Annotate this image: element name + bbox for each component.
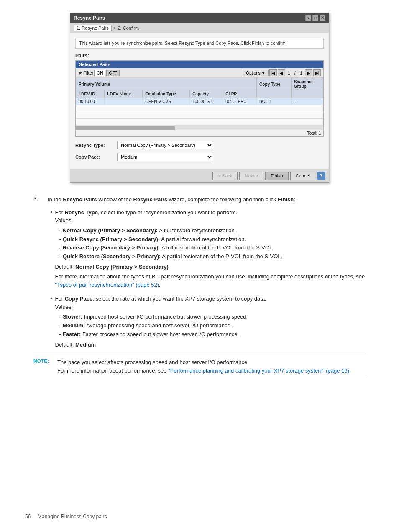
resync-pairs-dialog: Resync Pairs ▿ □ ✕ 1. Resync Pairs > 2. … [70,13,329,183]
bullet-intro-1: For Resync Type, select the type of resy… [55,208,366,217]
breadcrumb-separator: > [113,26,116,31]
options-label: Options [246,71,260,75]
bullet-section-1: • For Resync Type, select the type of re… [50,208,366,289]
table-row[interactable]: 00:10:00 OPEN-V CVS 100.00 GB 00: CLPR0 … [76,98,323,105]
titlebar-controls: ▿ □ ✕ [305,15,325,21]
breadcrumb-step1[interactable]: 1. Resync Pairs [74,25,112,31]
help-button[interactable]: ? [317,172,325,180]
copy-pace-select[interactable]: Slower Medium Faster [117,153,213,161]
horizontal-scrollbar[interactable] [76,126,323,130]
resync-type-label: Resync Type: [75,143,117,148]
copy-pace-row: Copy Pace: Slower Medium Faster [75,153,324,161]
breadcrumb-step2: 2. Confirm [118,26,139,31]
dash-3: - [59,244,61,252]
cell-emulation-type: OPEN-V CVS [143,98,190,105]
cell-clpr: 00: CLPR0 [223,98,257,105]
selected-pairs-header: Selected Pairs [76,61,323,68]
dialog-description: This wizard lets you re-synchronize pair… [75,38,324,49]
dash-1: - [59,226,61,235]
resync-type-row: Resync Type: Normal Copy (Primary > Seco… [75,141,324,149]
cell-copy-type: BC-L1 [257,98,292,105]
dialog-body: This wizard lets you re-synchronize pair… [70,33,329,169]
col-ldev-name: LDEV Name [105,90,143,98]
link-performance[interactable]: "Performance planning and calibrating yo… [168,368,349,374]
scrollbar-thumb[interactable] [76,126,175,130]
main-content: 3. In the Resync Pairs window of the Res… [25,195,374,378]
bullet-item-1: • For Resync Type, select the type of re… [50,208,366,289]
note-label: NOTE: [33,358,52,364]
sub-bullets-2: - Slower: Improved host server I/O perfo… [59,313,266,339]
dialog-titlebar: Resync Pairs ▿ □ ✕ [70,13,329,23]
group-header: Primary Volume [76,78,257,90]
page-footer-label: Managing Business Copy pairs [38,514,107,519]
note-text: The pace you select affects processing s… [57,358,351,375]
col-copy-type-2 [257,90,292,98]
back-button[interactable]: < Back [212,172,238,180]
finish-button[interactable]: Finish [265,172,288,180]
table-row-empty-2 [76,112,323,119]
filter-label: Filter [83,70,93,75]
total-value: 1 [318,131,321,136]
cell-ldev-id: 00:10:00 [76,98,105,105]
sub-text-2-3: Faster: Faster processing speed but slow… [63,330,239,339]
dash-6: - [59,321,61,330]
bullet-section-2: • For Copy Pace, select the rate at whic… [50,295,366,349]
col-clpr: CLPR [223,90,257,98]
resync-type-select[interactable]: Normal Copy (Primary > Secondary) Quick … [117,141,213,149]
nav-prev-button[interactable]: ◀ [278,69,285,76]
sub-text-1-2: Quick Resync (Primary > Secondary): A pa… [63,235,246,244]
breadcrumb: 1. Resync Pairs > 2. Confirm [70,23,329,33]
dropdown-arrow: ▼ [261,71,266,75]
dash-4: - [59,252,61,261]
bullet-content-1: For Resync Type, select the type of resy… [55,208,366,289]
bullet-item-2: • For Copy Pace, select the rate at whic… [50,295,366,349]
page-current: 1 [286,70,292,75]
link-types[interactable]: "Types of pair resynchronization" (page … [55,282,159,288]
table-footer: Total: 1 [76,130,323,136]
note-box: NOTE: The pace you select affects proces… [33,355,366,378]
sub-bullet-1-3: - Reverse Copy (Secondary > Primary): A … [59,244,366,252]
step-text: In the Resync Pairs window of the Resync… [48,195,295,204]
dialog-footer: < Back Next > Finish Cancel ? [70,169,329,182]
filter-off-button[interactable]: OFF [106,70,120,76]
bullet-content-2: For Copy Pace, select the rate at which … [55,295,266,349]
col-copy-type: Copy Type [257,78,292,90]
nav-first-button[interactable]: |◀ [269,69,277,76]
page-footer-text [32,514,36,519]
resync-type-label-text: Resync Type [65,209,98,216]
bullet-intro-2: For Copy Pace, select the rate at which … [55,295,266,303]
col-snapshot-group-2 [291,90,323,98]
sub-bullet-1-1: - Normal Copy (Primary > Secondary): A f… [59,226,366,235]
pin-icon[interactable]: ▿ [305,15,311,21]
filter-on-button[interactable]: ON [94,70,105,76]
sub-bullet-2-3: - Faster: Faster processing speed but sl… [59,330,266,339]
sub-text-1-3: Reverse Copy (Secondary > Primary): A fu… [63,244,274,252]
bullet-dot-2: • [50,295,53,302]
page-number: 56 [25,514,31,519]
sub-bullet-2-2: - Medium: Average processing speed and h… [59,321,266,330]
page-total: 1 [298,70,304,75]
nav-next-button[interactable]: ▶ [305,69,312,76]
sub-text-1-1: Normal Copy (Primary > Secondary): A ful… [63,226,236,235]
options-button[interactable]: Options ▼ [243,70,268,76]
extra-text-1: For more information about the types of … [55,272,366,289]
cell-capacity: 100.00 GB [190,98,223,105]
next-button[interactable]: Next > [239,172,263,180]
minimize-icon[interactable]: □ [312,15,318,21]
pairs-label: Pairs: [75,53,324,59]
close-icon[interactable]: ✕ [320,15,325,21]
cancel-button[interactable]: Cancel [290,172,315,180]
filter-controls: ★ Filter ON OFF [78,70,120,76]
selected-pairs-box: Selected Pairs ★ Filter ON OFF Options ▼ [75,60,324,137]
sub-bullet-1-4: - Quick Restore (Secondary > Primary): A… [59,252,366,261]
copy-pace-label-text: Copy Pace [65,296,92,302]
sub-text-2-2: Medium: Average processing speed and hos… [63,321,232,330]
copy-pace-label: Copy Pace: [75,154,117,159]
nav-last-button[interactable]: ▶| [313,69,321,76]
dialog-title: Resync Pairs [74,15,105,21]
bullet-dot-1: • [50,209,53,216]
table-row-empty-3 [76,119,323,126]
sub-bullets-1: - Normal Copy (Primary > Secondary): A f… [59,226,366,261]
page-footer: 56 Managing Business Copy pairs [25,514,107,519]
col-snapshot-group: SnapshotGroup [291,78,323,90]
